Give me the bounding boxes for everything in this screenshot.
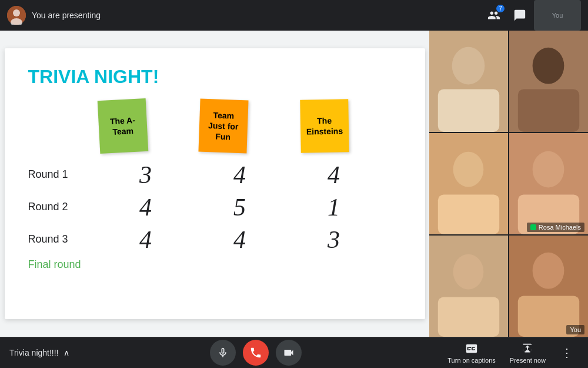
end-call-button[interactable] <box>243 340 269 366</box>
video-cell-4: Rosa Michaels <box>509 133 588 234</box>
bottom-left: Trivia night!!!! ∧ <box>9 348 69 357</box>
round-2-score-a: 4 <box>99 193 193 221</box>
svg-rect-11 <box>438 194 499 234</box>
team-fun-sticky: Team Just for Fun <box>199 99 249 154</box>
round-1-score-e: 4 <box>287 161 381 189</box>
presentation-area: TRIVIA NIGHT! The A-Team Team Just for F… <box>0 31 429 337</box>
video-cell-6: You <box>509 236 588 337</box>
self-thumbnail: You <box>534 0 581 31</box>
bottom-center <box>210 340 302 366</box>
top-bar: You are presenting 7 You <box>0 0 588 31</box>
video-grid: Rosa Michaels You <box>429 31 588 337</box>
team-einsteins-sticky: The Einsteins <box>300 99 349 152</box>
video-cell-3 <box>429 133 508 234</box>
top-bar-left: You are presenting <box>7 6 101 25</box>
team-einsteins-label: The Einsteins <box>305 115 344 137</box>
round-2-row: Round 2 4 5 1 <box>28 191 402 223</box>
presenting-label: You are presenting <box>32 11 101 20</box>
svg-point-10 <box>453 152 484 187</box>
svg-point-4 <box>452 47 485 85</box>
final-round-link[interactable]: Final round <box>28 258 402 271</box>
svg-point-16 <box>453 254 484 290</box>
bottom-bar: Trivia night!!!! ∧ Turn on captions <box>0 337 588 368</box>
round-2-label: Round 2 <box>28 201 99 213</box>
video-cell-1 <box>429 31 508 132</box>
avatar <box>7 6 26 25</box>
round-1-score-fun: 4 <box>193 161 287 189</box>
microphone-button[interactable] <box>210 340 236 366</box>
teams-row: The A-Team Team Just for Fun The Einstei… <box>99 100 402 152</box>
top-bar-right: 7 You <box>482 0 581 31</box>
video-cell-2 <box>509 31 588 132</box>
round-1-label: Round 1 <box>28 168 99 181</box>
round-1-score-a: 3 <box>99 161 193 189</box>
round-1-row: Round 1 3 4 4 <box>28 158 402 191</box>
slide-title: TRIVIA NIGHT! <box>28 66 402 88</box>
round-3-row: Round 3 4 4 3 <box>28 223 402 256</box>
round-3-label: Round 3 <box>28 233 99 246</box>
more-options-button[interactable]: ⋮ <box>555 341 579 364</box>
svg-rect-8 <box>518 89 579 132</box>
team-fun-label: Team Just for Fun <box>203 110 243 143</box>
captions-button[interactable]: Turn on captions <box>443 340 500 366</box>
participant-count: 7 <box>496 5 505 12</box>
camera-button[interactable] <box>276 340 302 366</box>
svg-rect-17 <box>438 297 499 337</box>
meeting-title: Trivia night!!!! <box>9 348 59 357</box>
svg-rect-5 <box>438 89 499 132</box>
rosa-michaels-badge: Rosa Michaels <box>527 223 584 232</box>
chat-button[interactable] <box>508 4 532 27</box>
round-2-score-fun: 5 <box>193 193 287 221</box>
slide: TRIVIA NIGHT! The A-Team Team Just for F… <box>5 48 425 319</box>
team-a-label: The A-Team <box>103 114 142 138</box>
svg-point-19 <box>533 253 564 289</box>
present-now-button[interactable]: Present now <box>505 340 550 366</box>
svg-point-13 <box>533 151 564 188</box>
present-label: Present now <box>510 357 546 364</box>
scores-table: Round 1 3 4 4 Round 2 4 5 1 Round 3 4 4 <box>28 158 402 256</box>
round-3-score-e: 3 <box>287 226 381 254</box>
svg-point-1 <box>13 9 20 16</box>
bottom-right: Turn on captions Present now ⋮ <box>443 340 579 366</box>
you-label: You <box>552 12 563 19</box>
round-3-score-a: 4 <box>99 226 193 254</box>
chevron-up-icon[interactable]: ∧ <box>64 348 69 357</box>
you-video-label: You <box>566 325 584 334</box>
team-a-sticky: The A-Team <box>97 98 148 154</box>
mic-active-icon <box>530 224 536 230</box>
participants-button[interactable]: 7 <box>482 4 506 27</box>
video-cell-5 <box>429 236 508 337</box>
round-2-score-e: 1 <box>287 193 381 221</box>
captions-label: Turn on captions <box>447 357 496 364</box>
main-area: TRIVIA NIGHT! The A-Team Team Just for F… <box>0 31 588 337</box>
round-3-score-fun: 4 <box>193 226 287 254</box>
svg-point-7 <box>533 48 564 84</box>
rosa-name: Rosa Michaels <box>539 224 581 231</box>
